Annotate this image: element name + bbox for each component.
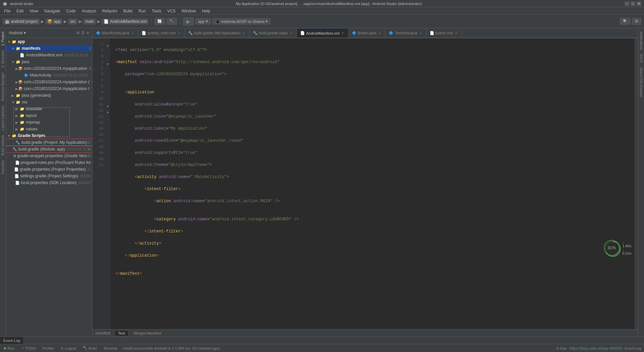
settings-button[interactable]: ⚙ — [632, 18, 641, 25]
tree-item-gradle-properties[interactable]: 📄 gradle.properties (Project Properties)… — [6, 166, 92, 173]
collapse-icon[interactable]: ☰ — [81, 31, 85, 35]
terminal-status-btn[interactable]: Terminal — [102, 346, 119, 351]
sidebar-item-project[interactable]: 1: Project — [0, 30, 5, 48]
sidebar-item-resource[interactable]: Resource Manager — [0, 71, 5, 103]
menu-item-tools[interactable]: Tools — [149, 8, 164, 14]
fold-arrow-12[interactable]: ▼ — [106, 105, 109, 108]
menu-item-edit[interactable]: Edit — [14, 8, 26, 14]
tree-item-layout[interactable]: ▶ 📁 layout — [6, 112, 92, 119]
toolbar-main[interactable]: main — [83, 18, 96, 25]
logcat-status-btn[interactable]: 6: Logcat — [60, 346, 77, 351]
search-everywhere-button[interactable]: 🔍 — [620, 18, 631, 25]
gear-icon[interactable]: ⚙ — [76, 31, 80, 35]
sidebar-item-variants[interactable]: Build Variants — [0, 133, 5, 158]
tree-item-drawable[interactable]: ▶ 📁 drawable — [6, 105, 92, 112]
minimize-button[interactable]: ─ — [625, 1, 629, 6]
fold-arrow-5[interactable]: ▼ — [106, 62, 109, 66]
toolbar-src[interactable]: src — [68, 18, 77, 25]
event-log-tab[interactable]: Event Log — [0, 337, 24, 344]
sidebar-item-favorites[interactable]: Favorites — [0, 158, 5, 176]
run-button[interactable]: ▶ — [183, 17, 194, 26]
tree-item-manifests[interactable]: ▼ 📁 manifests 2 — [6, 45, 92, 52]
sidebar-item-captures[interactable]: Layout Captures — [0, 104, 5, 132]
tab-close-icon[interactable]: ✕ — [289, 31, 293, 35]
menu-item-analyze[interactable]: Analyze — [79, 8, 99, 14]
tree-item-local-properties[interactable]: 📄 local.properties (SDK Location) 2020/6… — [6, 179, 92, 186]
tab-mainactivity[interactable]: 🔷 MainActivity.java ✕ — [93, 28, 138, 38]
tab-close-icon[interactable]: ✕ — [177, 31, 181, 35]
menu-item-refactor[interactable]: Refactor — [100, 8, 120, 14]
tab-close-icon[interactable]: ✕ — [130, 31, 135, 35]
todo-label: TODO — [25, 346, 36, 350]
code-content[interactable]: <?xml version="1.0" encoding="utf-8"?> <… — [110, 38, 635, 329]
menu-item-window[interactable]: Window — [179, 8, 199, 14]
hammer-button[interactable]: 🔨 — [166, 18, 177, 25]
menu-item-vcs[interactable]: VCS — [165, 8, 178, 14]
tree-item-res[interactable]: ▼ 📁 res — [6, 99, 92, 105]
menu-item-navigate[interactable]: Navigate — [42, 8, 63, 14]
tab-close-icon[interactable]: ✕ — [242, 31, 246, 35]
menu-item-build[interactable]: Build — [121, 8, 135, 14]
profiler-status-btn[interactable]: Profiler — [41, 346, 56, 351]
tree-item-java[interactable]: ▼ 📁 java — [6, 58, 92, 65]
right-tab-notifications[interactable]: Notifications — [639, 30, 644, 52]
menu-item-code[interactable]: Code — [63, 8, 78, 14]
toolbar-project[interactable]: 🤖 android project — [3, 18, 40, 25]
maximize-button[interactable]: □ — [631, 1, 635, 6]
tree-item-mipmap[interactable]: ▶ 📁 mipmap — [6, 119, 92, 126]
tree-item-build-gradle-app[interactable]: 🔧 build.gradle (Module: app) 2020/6/28 1… — [6, 146, 92, 152]
tab-label: build.gradle (app) — [259, 31, 288, 35]
toolbar-manifest[interactable]: 📄 AndroidManifest.xml — [102, 18, 149, 25]
tab-close-icon[interactable]: ✕ — [454, 31, 458, 35]
build-icon: 🔨 — [83, 346, 88, 350]
tab-button-java[interactable]: 🔷 Button.java ✕ — [348, 28, 385, 38]
fold-arrow-13[interactable]: ▼ — [106, 111, 109, 114]
sidebar-item-structure[interactable]: 2: Structure — [0, 48, 5, 70]
todo-status-btn[interactable]: ✓ TODO — [20, 346, 37, 351]
tree-item-build-gradle-project[interactable]: 🔧 build.gradle (Project: My Application)… — [6, 139, 92, 146]
menu-item-file[interactable]: File — [1, 8, 13, 14]
tree-item-androidmanifest[interactable]: 📄 AndroidManifest.xml 2020/6/28 18:28 — [6, 52, 92, 58]
bottom-tab-merged-manifest[interactable]: Merged Manifest — [130, 330, 165, 336]
device-dropdown[interactable]: 📱 motorola AOSP on Shama ▾ — [212, 18, 271, 25]
tab-build-gradle-app[interactable]: 🔧 build.gradle (My Application) ✕ — [185, 28, 250, 38]
tree-item-app[interactable]: ▼ 📁 app — [6, 38, 92, 45]
tree-arrow: ▶ — [15, 121, 19, 124]
bottom-tab-text[interactable]: Text — [114, 330, 128, 336]
close-button[interactable]: ✕ — [637, 1, 641, 6]
event-log-status[interactable]: Event Log — [625, 346, 641, 350]
menu-item-view[interactable]: View — [27, 8, 41, 14]
tree-item-pkg2[interactable]: ▶ 📦 com.c201801020224.myapplication ( 6 — [6, 79, 92, 85]
tree-item-pkg3[interactable]: ▶ 📦 com.c201801020224.myapplication t 7 — [6, 85, 92, 92]
tab-button-xml[interactable]: 📄 button.xml ✕ — [426, 28, 462, 38]
tab-build-gradle-module[interactable]: 🔧 build.gradle (app) ✕ — [250, 28, 297, 38]
tree-item-java-gen[interactable]: ▶ 📁 java (generated) — [6, 92, 92, 99]
menu-item-run[interactable]: Run — [136, 8, 149, 14]
toolbar-module[interactable]: 📦 app — [45, 18, 62, 25]
tab-activity-main[interactable]: 📄 activity_main.xml ✕ — [138, 28, 185, 38]
menu-item-help[interactable]: Help — [199, 8, 213, 14]
right-tab-device-explorer[interactable]: Device File Explorer — [639, 65, 644, 99]
fold-arrow-2[interactable]: ▼ — [106, 44, 109, 48]
run-config-dropdown[interactable]: app ▾ — [195, 18, 211, 25]
run-status-btn[interactable]: ▶ Run — [3, 346, 16, 351]
tree-item-pkg1[interactable]: ▶ 📦 com.c201801020224.myapplication 5 — [6, 65, 92, 72]
tree-item-mainactivity[interactable]: 🔷 MainActivity 2020/6/28 18:28, 359 B — [6, 72, 92, 79]
tab-close-icon[interactable]: ✕ — [419, 31, 423, 35]
right-scrollbar[interactable] — [635, 38, 638, 329]
tree-item-gradle-wrapper[interactable]: ⚙ gradle-wrapper.properties (Gradle Vers… — [6, 152, 92, 159]
tab-close-icon[interactable]: ✕ — [378, 31, 382, 35]
tree-item-values[interactable]: ▶ 📁 values — [6, 126, 92, 132]
right-tab-svcs[interactable]: SVCS — [639, 52, 644, 65]
dropdown-icon[interactable]: ▾ — [24, 31, 26, 35]
tab-close-icon[interactable]: ✕ — [341, 31, 345, 35]
build-status-btn[interactable]: 🔨 Build — [82, 346, 98, 351]
tree-item-gradle-scripts[interactable]: ▼ 📁 Gradle Scripts — [6, 132, 92, 139]
tab-androidmanifest[interactable]: 📄 AndroidManifest.xml ✕ — [297, 28, 349, 38]
close-panel-icon[interactable]: ✕ — [86, 31, 90, 35]
tree-item-settings-gradle[interactable]: 📄 settings.gradle (Project Settings) 202… — [6, 173, 92, 179]
tree-item-proguard[interactable]: 📄 proguard-rules.pro (ProGuard Rules for — [6, 159, 92, 166]
sync-button[interactable]: 🔄 — [154, 18, 165, 25]
tab-textview-java[interactable]: 🔷 TextView.java ✕ — [385, 28, 426, 38]
tree-arrow: ▼ — [11, 47, 15, 50]
